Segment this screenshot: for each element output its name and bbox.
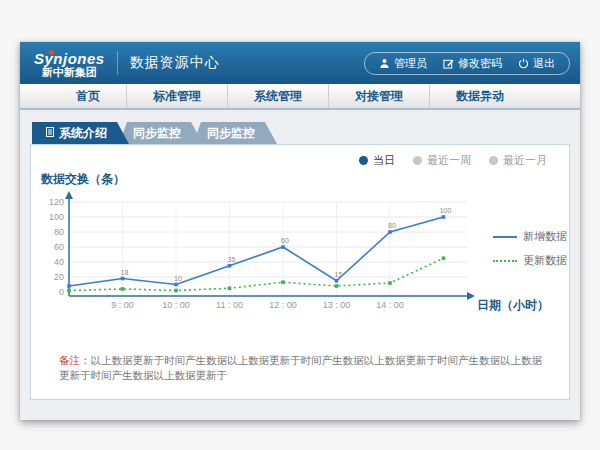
svg-text:100: 100 xyxy=(440,207,452,214)
footnote: 备注：以上数据更新于时间产生数据以上数据更新于时间产生数据以上数据更新于时间产生… xyxy=(59,353,551,382)
svg-text:14 : 00: 14 : 00 xyxy=(376,300,404,310)
radio-option-0[interactable]: 当日 xyxy=(359,153,395,168)
nav-item-system-mgmt[interactable]: 系统管理 xyxy=(227,84,328,108)
svg-text:100: 100 xyxy=(49,212,64,222)
legend-swatch-solid xyxy=(493,236,517,238)
user-menu-admin[interactable]: 管理员 xyxy=(379,56,427,71)
radio-dot xyxy=(489,156,498,165)
svg-text:15: 15 xyxy=(335,271,343,278)
x-axis-title: 日期（小时） xyxy=(477,297,549,314)
main-nav: 首页 标准管理 系统管理 对接管理 数据异动 xyxy=(20,84,580,110)
footnote-label: 备注： xyxy=(59,354,91,366)
legend-item-new-data: 新增数据 xyxy=(493,229,567,244)
logout-icon xyxy=(518,58,529,69)
tab-sync-monitor-2[interactable]: 同步监控 xyxy=(193,122,277,144)
radio-dot xyxy=(359,156,368,165)
radio-option-2[interactable]: 最近一月 xyxy=(489,153,547,168)
svg-text:80: 80 xyxy=(54,227,64,237)
app-window: Synjones 新中新集团 数据资源中心 管理员 修改密码 退出 首页 标准管… xyxy=(20,42,580,420)
nav-item-data-change[interactable]: 数据异动 xyxy=(429,84,530,108)
user-icon xyxy=(379,58,390,69)
svg-text:13 : 00: 13 : 00 xyxy=(323,300,351,310)
svg-text:40: 40 xyxy=(54,257,64,267)
svg-text:18: 18 xyxy=(121,269,129,276)
svg-text:60: 60 xyxy=(54,242,64,252)
nav-item-standard-mgmt[interactable]: 标准管理 xyxy=(126,84,227,108)
svg-text:10: 10 xyxy=(174,275,182,282)
user-menu-change-password[interactable]: 修改密码 xyxy=(443,56,502,71)
radio-option-1[interactable]: 最近一周 xyxy=(413,153,471,168)
time-range-filter: 当日 最近一周 最近一月 xyxy=(359,153,547,168)
tab-sync-monitor-1[interactable]: 同步监控 xyxy=(119,122,203,144)
svg-text:20: 20 xyxy=(54,272,64,282)
svg-text:0: 0 xyxy=(59,287,64,297)
header-divider xyxy=(117,51,118,75)
edit-icon xyxy=(443,58,454,69)
svg-text:60: 60 xyxy=(281,237,289,244)
svg-text:10 : 00: 10 : 00 xyxy=(162,300,190,310)
line-chart: 0204060801001209 : 0010 : 0011 : 0012 : … xyxy=(39,189,479,319)
content-area: 系统介绍 同步监控 同步监控 当日 最近一周 xyxy=(20,110,580,418)
nav-item-home[interactable]: 首页 xyxy=(50,84,126,108)
svg-text:35: 35 xyxy=(228,256,236,263)
logo-brand: Synjones xyxy=(34,51,105,67)
document-icon xyxy=(46,126,54,140)
nav-item-interface-mgmt[interactable]: 对接管理 xyxy=(328,84,429,108)
tab-system-intro[interactable]: 系统介绍 xyxy=(32,122,129,144)
y-axis-title: 数据交换（条） xyxy=(41,171,125,188)
footnote-text: 以上数据更新于时间产生数据以上数据更新于时间产生数据以上数据更新于时间产生数据以… xyxy=(59,354,542,381)
legend-item-updated-data: 更新数据 xyxy=(493,253,567,268)
user-menu-logout[interactable]: 退出 xyxy=(518,56,555,71)
logo: Synjones 新中新集团 xyxy=(34,48,105,78)
chart-legend: 新增数据 更新数据 xyxy=(493,229,567,268)
radio-dot xyxy=(413,156,422,165)
legend-swatch-dotted xyxy=(493,260,517,262)
svg-text:11 : 00: 11 : 00 xyxy=(216,300,243,310)
logo-company: 新中新集团 xyxy=(34,67,105,79)
tab-bar: 系统介绍 同步监控 同步监控 xyxy=(20,110,580,144)
app-header: Synjones 新中新集团 数据资源中心 管理员 修改密码 退出 xyxy=(20,42,580,84)
svg-text:120: 120 xyxy=(49,197,64,207)
svg-text:12 : 00: 12 : 00 xyxy=(269,300,297,310)
chart-panel: 当日 最近一周 最近一月 数据交换（条） 0204060801001209 : … xyxy=(30,144,570,400)
app-title: 数据资源中心 xyxy=(130,54,220,72)
svg-text:9 : 00: 9 : 00 xyxy=(111,300,134,310)
svg-text:80: 80 xyxy=(388,222,396,229)
user-menu: 管理员 修改密码 退出 xyxy=(364,52,570,75)
